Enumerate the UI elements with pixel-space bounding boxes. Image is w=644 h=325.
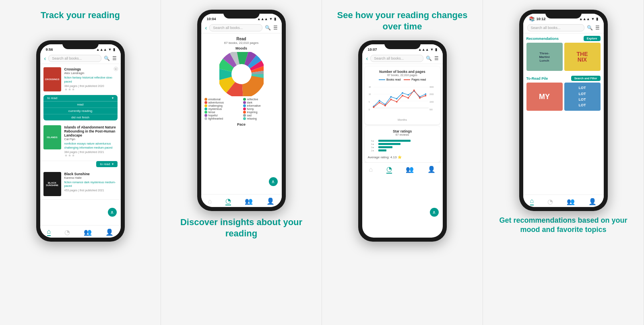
tab-home-3[interactable]: ⌂	[369, 166, 373, 173]
tab-home-1[interactable]: ⌂	[47, 228, 51, 236]
legend-mysterious: mysterious	[204, 108, 240, 110]
legend-tense: tense	[204, 111, 240, 114]
close-book-0[interactable]: ×	[114, 66, 118, 71]
tab-home-4[interactable]: ⌂	[530, 197, 534, 205]
svg-rect-48	[378, 140, 411, 142]
chart-sub-3: 67 books, 22,010 pages	[368, 74, 437, 77]
search-input-3[interactable]: Search all books...	[370, 55, 423, 62]
menu-icon-3[interactable]: ☰	[434, 56, 439, 61]
book-item-2[interactable]: BLACKSUNSHINE Black Sunshine Karena Hall…	[40, 169, 121, 200]
line-chart-section: Number of books and pages 67 books, 22,0…	[365, 66, 440, 124]
tab-stats-1[interactable]: ◔	[64, 228, 70, 236]
line-blue	[379, 79, 385, 80]
back-arrow-2[interactable]: ‹	[205, 25, 207, 31]
tab-profile-4[interactable]: 👤	[588, 198, 597, 205]
tab-profile-3[interactable]: 👤	[427, 166, 436, 173]
dot-emotional	[204, 98, 207, 101]
tab-profile-1[interactable]: 👤	[105, 228, 114, 236]
back-arrow-1[interactable]: ‹	[44, 55, 46, 62]
svg-text:2000: 2000	[429, 93, 433, 95]
status-icons-3: ▲▲▲ ▼ ▮	[418, 48, 437, 52]
tab-stats-4[interactable]: ◔	[547, 198, 553, 205]
legend-inspiring: inspiring	[243, 111, 279, 114]
book-three-martini[interactable]: Three-MartiniLunch	[526, 43, 563, 71]
tab-bar-2: ⌂ ◔ 👥 👤	[201, 194, 282, 207]
book-item-0[interactable]: CROSSINGS Crossings Alex Landragin ficti…	[40, 64, 121, 95]
tab-friends-1[interactable]: 👥	[84, 228, 92, 236]
dot-relaxing	[243, 117, 246, 120]
svg-text:5★: 5★	[371, 140, 374, 142]
panel4-title: Get recommendations based on your mood a…	[489, 216, 637, 234]
book-list-1: CROSSINGS Crossings Alex Landragin ficti…	[40, 64, 121, 225]
svg-point-14	[231, 64, 252, 84]
search-bar-1: ‹ Search all books... 🔍 ☰	[40, 53, 121, 64]
tab-stats-2[interactable]: ◔	[225, 197, 231, 205]
svg-point-32	[402, 92, 403, 94]
menu-icon-1[interactable]: ☰	[112, 56, 117, 61]
search-input-2[interactable]: Search all books...	[209, 24, 262, 31]
book-grid-top: Three-MartiniLunch THENIX	[526, 43, 601, 71]
legend-pages-label: Pages read	[411, 78, 426, 81]
legend-lighthearted: lighthearted	[204, 117, 240, 120]
book-lot[interactable]: LOTLOTLOTLOT	[564, 83, 601, 111]
book-title-0: Crossings	[64, 67, 118, 71]
menu-icon-4[interactable]: ☰	[595, 25, 600, 31]
rec-label: Recommendations	[526, 37, 559, 41]
tab-home-2[interactable]: ⌂	[208, 198, 212, 205]
phone-4: 📚 10:12 ▲▲▲ ▼ ▮ Search all books... 🔍 ☰ …	[519, 10, 608, 211]
book-my[interactable]: MY	[526, 83, 563, 111]
svg-point-40	[390, 99, 392, 100]
dropdown-item-currently[interactable]: currently reading	[43, 108, 118, 114]
tab-stats-3[interactable]: ◔	[386, 165, 392, 174]
dot-informative	[243, 104, 246, 107]
dropdown-header[interactable]: to read ▾	[43, 95, 118, 101]
time-1: 9:56	[46, 48, 53, 52]
book-info-1: Islands of Abandonment Nature Rebounding…	[64, 125, 118, 157]
scroll-up-1[interactable]: ∧	[108, 208, 117, 217]
phone-inner-3: 10:07 ▲▲▲ ▼ ▮ ‹ Search all books... 🔍 ☰ …	[362, 44, 443, 238]
tab-friends-2[interactable]: 👥	[245, 197, 253, 205]
tab-friends-4[interactable]: 👥	[567, 198, 575, 205]
rec-header: Recommendations Explore	[526, 36, 601, 41]
search-icon-1[interactable]: 🔍	[104, 56, 110, 61]
dot-funny	[243, 108, 246, 110]
svg-text:3000: 3000	[429, 86, 433, 88]
book-pages-0: 384 pages | first published 2020	[64, 85, 118, 87]
search-input-4[interactable]: Search all books...	[527, 24, 584, 31]
svg-point-42	[402, 95, 403, 97]
stats-sub-2: 67 books, 22,010 pages	[204, 41, 279, 45]
book-stars-1: ★★★	[64, 153, 118, 157]
search-icon-2[interactable]: 🔍	[265, 25, 271, 31]
scroll-up-2[interactable]: ∧	[269, 177, 278, 186]
panel-track-reading: Track your reading 9:56 ▲▲▲ ▼ ▮ ‹ Search…	[0, 0, 161, 325]
menu-icon-2[interactable]: ☰	[273, 25, 278, 31]
book-info-2: Black Sunshine Karena Halle fiction roma…	[64, 172, 118, 196]
search-icon-4[interactable]: 🔍	[587, 25, 593, 31]
to-read-btn-wrap: to read ▾	[43, 161, 118, 167]
search-filter-btn[interactable]: Search and Filter	[571, 76, 601, 81]
line-chart-svg: 15 10 5 0 3000 2000 1000 500	[368, 83, 437, 117]
search-input-1[interactable]: Search all books...	[48, 55, 101, 62]
scroll-up-3[interactable]: ∧	[430, 208, 439, 217]
explore-btn[interactable]: Explore	[584, 36, 601, 41]
app-logo-icon: 📚	[529, 16, 535, 22]
to-read-label: to read	[100, 162, 110, 166]
legend-adventurous: adventurous	[204, 101, 240, 104]
to-read-btn[interactable]: to read ▾	[96, 161, 118, 167]
back-arrow-3[interactable]: ‹	[366, 55, 368, 62]
dropdown-item-dnf[interactable]: did not finish	[43, 114, 118, 120]
tab-profile-2[interactable]: 👤	[266, 197, 275, 205]
dot-reflective	[243, 98, 246, 101]
tab-friends-3[interactable]: 👥	[406, 166, 414, 173]
svg-text:2★: 2★	[371, 149, 374, 152]
search-icon-3[interactable]: 🔍	[426, 56, 432, 61]
legend-reflective: reflective	[243, 98, 279, 101]
book-the-nix[interactable]: THENIX	[564, 43, 601, 71]
svg-text:500: 500	[429, 109, 432, 111]
rec-section: Recommendations Explore Three-MartiniLun…	[523, 33, 604, 74]
book-item-1[interactable]: ISLANDS Islands of Abandonment Nature Re…	[40, 122, 121, 161]
battery-icon-4: ▮	[596, 17, 598, 21]
time-4: 10:12	[537, 17, 546, 21]
status-dropdown[interactable]: to read ▾ read currently reading did not…	[43, 95, 118, 120]
dropdown-item-read[interactable]: read	[43, 101, 118, 108]
